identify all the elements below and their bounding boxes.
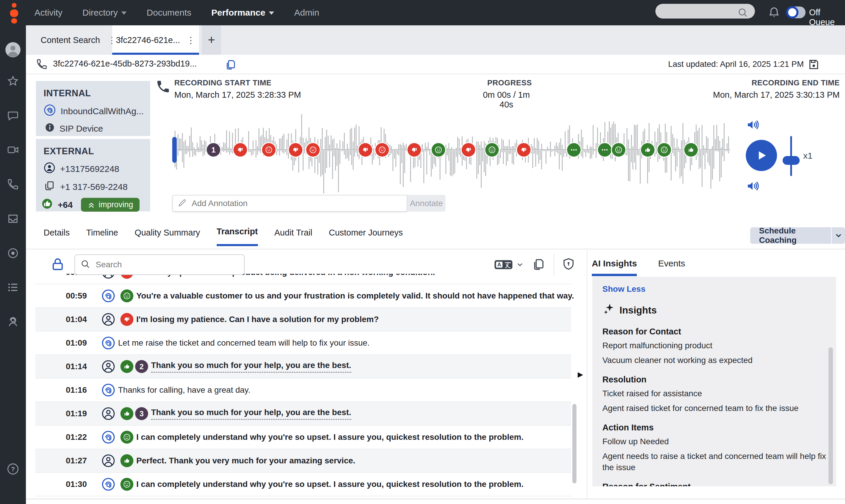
waveform-bar [591,150,592,158]
annotate-button[interactable]: Annotate [407,195,446,212]
waveform-bar [338,148,339,150]
tab-timeline[interactable]: Timeline [86,228,118,245]
nav-item-admin[interactable]: Admin [294,8,319,18]
add-tab-button[interactable]: + [202,25,221,55]
waveform-bar [456,148,457,150]
waveform-marker-neutral[interactable] [306,143,320,157]
tab-ai-insights[interactable]: AI Insights [592,258,637,276]
copy-pages-icon [43,180,55,194]
waveform-bar [640,147,641,150]
waveform-marker-smile[interactable] [432,143,445,157]
tab-audit-trail[interactable]: Audit Trail [274,228,312,245]
waveform-bar [189,150,190,157]
waveform-marker-thumbs-down[interactable] [462,143,475,157]
transcript-row[interactable]: 01:30I can completely understand why you… [35,473,571,496]
waveform-bar [337,143,337,150]
annotation-count-badge[interactable]: 3 [135,407,148,420]
tab-quality-summary[interactable]: Quality Summary [134,228,200,245]
waveform-bar [477,141,477,150]
internal-card: INTERNAL InboundCallWithAg... SIP Device… [36,81,150,136]
waveform-marker-smile[interactable] [485,143,499,157]
waveform-bar [584,150,585,152]
transcript-row[interactable]: 01:27Perfect. Thank you very much for yo… [35,449,571,473]
tab-details[interactable]: Details [43,228,70,245]
transcript-row[interactable]: 01:22I can completely understand why you… [35,426,571,449]
save-icon[interactable] [807,58,820,72]
nav-item-directory[interactable]: Directory [83,8,127,18]
avatar-icon[interactable] [0,40,26,59]
waveform-bar [326,150,327,168]
transcript-row[interactable]: 00:59You're a valuable customer to us an… [35,284,571,308]
waveform-marker-thumbs-down[interactable] [289,143,302,157]
schedule-coaching-chevron[interactable] [831,227,845,244]
transcript-search-input[interactable] [95,260,239,270]
nav-item-activity[interactable]: Activity [34,8,62,18]
waveform-marker-thumbs-down[interactable] [517,143,531,157]
show-less-link[interactable]: Show Less [603,284,645,294]
waveform-marker-neutral[interactable] [262,143,275,157]
waveform-bar [510,150,511,154]
tab-interaction[interactable]: 3fc22746-621e...⋮ [112,25,199,55]
tab-content-search[interactable]: Content Search⋮ [35,25,123,55]
video-icon[interactable] [0,140,26,159]
chat-icon[interactable] [0,106,26,125]
transcript-row[interactable]: 01:193Thank you so much for your help, y… [35,402,571,426]
speaker-top-icon[interactable] [745,118,760,133]
transcript-row[interactable]: 01:142Thank you so much for your help, y… [35,355,571,379]
waveform-bar [722,150,723,156]
notifications-bell-icon[interactable] [767,6,781,21]
help-icon[interactable]: ? [0,460,26,479]
waveform-bar [354,127,355,150]
shield-icon[interactable] [562,257,575,272]
inbox-icon[interactable] [0,209,26,228]
transcript-row[interactable]: 01:04I'm losing my patience. Can I have … [35,308,571,331]
tab-customer-journeys[interactable]: Customer Journeys [329,228,403,245]
waveform-marker-thumbs-down[interactable] [359,143,372,157]
speed-slider-handle[interactable] [783,156,799,165]
waveform-marker-badge[interactable]: 1 [207,143,220,157]
waveform-bar [322,128,323,150]
waveform[interactable]: 1 [172,116,730,184]
nav-item-performance[interactable]: Performance [211,8,274,18]
waveform-bar [205,150,206,152]
play-button[interactable] [746,140,777,171]
translate-icon[interactable]: A [494,258,524,271]
transcript-row[interactable]: 01:16Thanks for calling, have a great da… [35,379,571,402]
kebab-menu-icon[interactable]: ⋮ [186,35,195,45]
waveform-marker-ellipsis[interactable] [567,143,581,157]
record-icon[interactable] [0,244,26,263]
tab-transcript[interactable]: Transcript [217,227,258,246]
chevron-down-icon [269,12,274,15]
list-icon[interactable] [0,278,26,297]
waveform-marker-neutral[interactable] [375,143,389,157]
schedule-coaching-label[interactable]: Schedule Coaching [750,227,831,244]
agent-icon[interactable] [0,312,26,331]
waveform-bar [178,134,178,150]
waveform-marker-smile[interactable] [658,143,671,157]
queue-toggle[interactable] [787,6,806,18]
annotation-input[interactable] [191,198,402,209]
playhead[interactable] [172,137,177,163]
transcript-scrollbar[interactable] [572,404,576,483]
nav-item-documents[interactable]: Documents [147,8,191,18]
ai-panel-scrollbar[interactable] [828,347,833,484]
copy-id-icon[interactable] [224,58,237,72]
schedule-coaching-button[interactable]: Schedule Coaching [750,227,845,244]
lock-icon[interactable] [50,256,65,274]
star-icon[interactable] [0,72,26,90]
waveform-bar [400,150,401,184]
waveform-marker-thumbs-down[interactable] [233,143,247,157]
waveform-marker-thumbs-down[interactable] [408,143,421,157]
thumbs-up-sentiment-icon [121,407,133,420]
tab-events[interactable]: Events [658,258,685,276]
waveform-marker-smile[interactable] [612,143,625,157]
waveform-marker-thumbs-up[interactable] [641,143,654,157]
waveform-marker-thumbs-up[interactable] [684,143,698,157]
panel-collapse-arrow-icon[interactable]: ▶ [578,370,583,379]
annotation-count-badge[interactable]: 2 [135,360,148,373]
copy-transcript-icon[interactable] [532,257,546,272]
transcript-row[interactable]: 01:09Let me raise the ticket and concern… [35,331,571,355]
waveform-marker-ellipsis[interactable] [598,143,612,157]
speaker-bottom-icon[interactable] [745,179,760,194]
phone-icon[interactable] [0,175,26,194]
